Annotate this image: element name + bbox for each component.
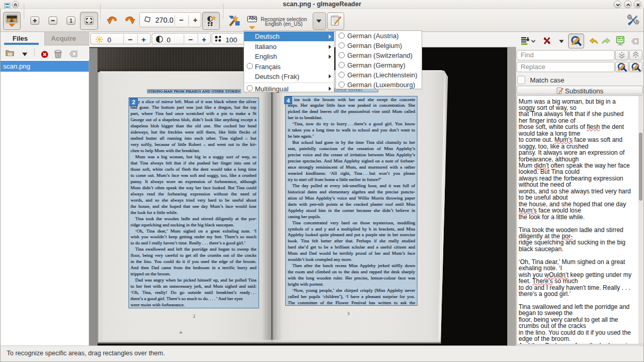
svg-text:1: 1 [70,18,73,24]
